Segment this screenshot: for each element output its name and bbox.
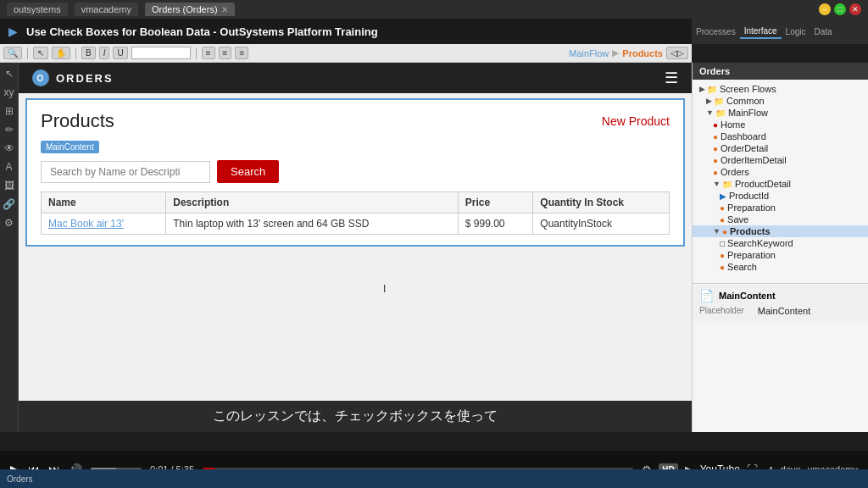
close-button[interactable]: ✕: [849, 3, 861, 15]
tab-processes-label: Processes: [696, 27, 736, 36]
toolbar-expand-btn[interactable]: ◁▷: [666, 47, 688, 59]
tab-data[interactable]: Data: [810, 25, 837, 38]
tree-dashboard[interactable]: ● Dashboard: [693, 130, 868, 142]
tree-arrow-icon: ▶: [699, 85, 705, 93]
cursor-indicator: I: [383, 283, 386, 295]
toolbar-italic-btn[interactable]: I: [99, 47, 110, 59]
mainflow-label: MainFlow: [569, 48, 609, 58]
cell-price: $ 999.00: [458, 214, 533, 235]
screen-icon-red: ●: [713, 120, 718, 130]
table-header-row: Name Description Price Quantity In Stock: [42, 192, 670, 214]
left-sidebar: ↖ xy ⊞ ✏ 👁 A 🖼 🔗 ⚙: [0, 63, 19, 432]
tab-data-label: Data: [815, 27, 832, 36]
tree-container: ▶ 📁 Screen Flows ▶ 📁 Common ▼ 📁 MainFlow: [693, 80, 868, 276]
tab-orders-label: Orders (Orders): [152, 4, 218, 14]
folder-icon: 📁: [715, 108, 726, 118]
folder-icon-orange: ●: [722, 227, 727, 236]
app-logo-icon: O: [32, 69, 49, 86]
placeholder-label: Placeholder: [699, 306, 744, 316]
tree-label-productid: ProductId: [729, 191, 769, 201]
search-input[interactable]: [41, 161, 210, 183]
sidebar-icon-eye[interactable]: 👁: [3, 141, 16, 156]
products-page-title: Products: [41, 110, 114, 132]
toolbar-cursor-btn[interactable]: ↖: [33, 47, 48, 59]
app-logo-icon-text: O: [37, 74, 45, 83]
cell-name[interactable]: Mac Book air 13': [42, 214, 166, 235]
cell-quantity: QuantityInStock: [533, 214, 670, 235]
item-icon-checkbox: □: [720, 239, 725, 248]
window-controls: − □ ✕: [819, 3, 861, 15]
sidebar-icon-link[interactable]: 🔗: [1, 197, 17, 212]
sidebar-icon-widget[interactable]: ⚙: [3, 215, 15, 230]
tab-processes[interactable]: Processes: [692, 25, 740, 38]
sidebar-icon-arrow[interactable]: ↖: [3, 66, 15, 81]
tab-orders[interactable]: Orders (Orders) ✕: [145, 3, 235, 16]
tree-preparation-products[interactable]: ● Preparation: [693, 249, 868, 261]
right-panel: Orders ▶ 📁 Screen Flows ▶ 📁 Common ▼ �: [692, 63, 868, 432]
separator-2: [75, 47, 76, 59]
arrow-label: ▶: [612, 47, 619, 58]
tree-screen-flows[interactable]: ▶ 📁 Screen Flows: [693, 83, 868, 95]
search-button[interactable]: Search: [217, 160, 279, 183]
tab-outsystems[interactable]: outsystems: [7, 3, 68, 16]
app-logo: O ORDERS: [32, 69, 114, 86]
status-orders: Orders: [7, 474, 33, 484]
second-toolbar: 🔍 ↖ ✋ B I U ≡ ≡ ≡ MainFlow ▶ Products ◁▷: [0, 44, 692, 63]
sidebar-icon-grid[interactable]: ⊞: [3, 103, 15, 119]
tree-search-item[interactable]: ● Search: [693, 261, 868, 273]
tab-close-icon[interactable]: ✕: [221, 5, 228, 14]
toolbar-underline-btn[interactable]: U: [113, 47, 127, 59]
placeholder-value: MainContent: [758, 306, 810, 316]
item-icon-orange: ●: [720, 215, 725, 225]
hamburger-icon[interactable]: ☰: [665, 69, 678, 87]
tab-vmacademy[interactable]: vmacademy: [75, 3, 138, 16]
sidebar-icon-pencil[interactable]: ✏: [3, 122, 15, 137]
app-chrome-bar: O ORDERS ☰: [19, 63, 692, 93]
tree-label-orderitemdetail: OrderItemDetail: [721, 155, 787, 165]
tree-preparation-productdetail[interactable]: ● Preparation: [693, 202, 868, 214]
tree-common[interactable]: ▶ 📁 Common: [693, 95, 868, 107]
tree-orders[interactable]: ● Orders: [693, 166, 868, 178]
folder-icon: 📁: [707, 85, 717, 94]
tree-order-item-detail[interactable]: ● OrderItemDetail: [693, 154, 868, 166]
page-title-bar: Use Check Boxes for Boolean Data - OutSy…: [26, 25, 378, 38]
item-icon-orange: ●: [720, 251, 725, 260]
toolbar-align-left-btn[interactable]: ≡: [202, 47, 215, 59]
tree-mainflow[interactable]: ▼ 📁 MainFlow: [693, 107, 868, 119]
toolbar-magnify-btn[interactable]: 🔍: [3, 47, 22, 59]
toolbar-font-input[interactable]: [131, 47, 191, 59]
bottom-panel-card: 📄 MainContent Placeholder MainContent: [693, 283, 868, 321]
tab-interface[interactable]: Interface: [740, 25, 782, 39]
tree-product-detail[interactable]: ▼ 📁 ProductDetail: [693, 178, 868, 190]
sidebar-icon-A[interactable]: A: [3, 159, 14, 175]
tab-interface-label: Interface: [744, 26, 777, 36]
toolbar-hand-btn[interactable]: ✋: [52, 47, 70, 59]
item-icon-orange: ●: [720, 263, 725, 272]
right-panel-header: Orders: [693, 63, 868, 80]
tree-label-searchkeyword: SearchKeyword: [727, 238, 793, 248]
full-container: outsystems vmacademy Orders (Orders) ✕ −…: [0, 0, 868, 488]
tree-productid[interactable]: ▶ ProductId: [693, 190, 868, 202]
new-product-link[interactable]: New Product: [602, 114, 670, 128]
tree-order-detail[interactable]: ● OrderDetail: [693, 142, 868, 154]
minimize-button[interactable]: −: [819, 3, 831, 15]
sidebar-icon-xy[interactable]: xy: [3, 85, 16, 100]
col-description: Description: [166, 192, 459, 214]
col-price: Price: [458, 192, 533, 214]
tree-products-folder[interactable]: ▼ ● Products: [693, 225, 868, 237]
tab-logic[interactable]: Logic: [782, 25, 810, 38]
canvas-wrapper: O ORDERS ☰ Products New Product MainCont…: [19, 63, 692, 432]
sidebar-icon-image[interactable]: 🖼: [3, 178, 16, 193]
tree-searchkeyword[interactable]: □ SearchKeyword: [693, 237, 868, 249]
tree-label-home: Home: [721, 119, 745, 130]
tree-home[interactable]: ● Home: [693, 119, 868, 130]
tree-label-productdetail: ProductDetail: [735, 179, 791, 189]
toolbar-align-right-btn[interactable]: ≡: [235, 47, 248, 59]
item-icon-blue: ▶: [720, 191, 726, 201]
tree-save[interactable]: ● Save: [693, 214, 868, 225]
separator-1: [27, 47, 28, 59]
main-content-badge: MainContent: [41, 141, 99, 153]
maximize-button[interactable]: □: [834, 3, 846, 15]
toolbar-align-center-btn[interactable]: ≡: [219, 47, 232, 59]
toolbar-bold-btn[interactable]: B: [81, 47, 96, 59]
